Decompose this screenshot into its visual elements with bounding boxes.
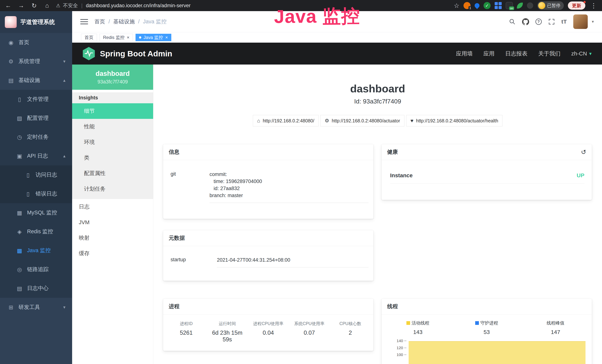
stat-system-cpu: 系统CPU使用率 0.07: [289, 321, 330, 343]
green-check-extension-icon[interactable]: ✓: [484, 2, 491, 9]
url-text[interactable]: dashboard.yudao.iocoder.cn/infra/admin-s…: [86, 3, 190, 9]
sidebar-item-infrastructure[interactable]: ▤ 基础设施 ▴: [0, 71, 72, 90]
caret-down-icon[interactable]: ▾: [592, 19, 594, 24]
sba-menu-classes[interactable]: 类: [72, 150, 153, 166]
info-card: 信息 git commit: time: 1596289704000 id: 2…: [163, 144, 373, 219]
close-icon[interactable]: ×: [165, 35, 168, 40]
health-card: 健康 ↺ Instance UP: [382, 144, 592, 200]
tags-bar: 首页 Redis 监控 × Java 监控 ×: [72, 32, 602, 43]
redis-icon: ◈: [16, 228, 23, 235]
update-button[interactable]: 更新: [568, 1, 585, 10]
tag-redis-monitor[interactable]: Redis 监控 ×: [100, 34, 133, 41]
sidebar-item-log-center[interactable]: ▤ 日志中心: [0, 279, 72, 298]
close-icon[interactable]: ×: [127, 35, 129, 40]
sba-menu-scheduled-tasks[interactable]: 计划任务: [72, 181, 153, 197]
chevron-up-icon: ▴: [63, 78, 65, 83]
gear-icon: ⚙: [7, 58, 14, 65]
github-icon[interactable]: [522, 18, 529, 25]
active-dot: [139, 36, 141, 39]
grid-extension-icon[interactable]: [495, 2, 502, 9]
history-icon[interactable]: ↺: [581, 148, 586, 156]
tools-icon: ⊞: [7, 304, 14, 310]
sidebar-item-label: Redis 监控: [27, 228, 53, 235]
sba-nav-journal[interactable]: 日志报表: [505, 50, 527, 57]
tag-java-monitor[interactable]: Java 监控 ×: [136, 34, 171, 41]
chevron-down-icon: ▾: [63, 59, 65, 64]
sidebar-item-error-log[interactable]: ▯ 错误日志: [0, 184, 72, 203]
address-bar[interactable]: ⚠ 不安全 | dashboard.yudao.iocoder.cn/infra…: [56, 2, 449, 9]
user-avatar[interactable]: [573, 14, 588, 29]
sidebar-item-trace[interactable]: ◎ 链路追踪: [0, 260, 72, 279]
sba-menu-config-props[interactable]: 配置属性: [72, 166, 153, 181]
profile-chip[interactable]: 已暂停: [537, 1, 564, 10]
section-title: Insights: [72, 92, 153, 103]
instance-header[interactable]: dashboard 93a3fc7f7409: [72, 64, 153, 90]
security-label[interactable]: 不安全: [63, 2, 78, 9]
sba-nav-applications[interactable]: 应用: [483, 50, 494, 57]
sba-menu-environment[interactable]: 环境: [72, 134, 153, 150]
warning-icon: ⚠: [56, 3, 60, 9]
sidebar-item-label: 文件管理: [27, 96, 49, 103]
sba-menu-jvm[interactable]: JVM: [72, 214, 153, 230]
refresh-icon[interactable]: ↻: [30, 2, 38, 9]
sba-nav-wallboard[interactable]: 应用墙: [456, 50, 473, 57]
service-url-link[interactable]: ⌂ http://192.168.0.2:48080/: [253, 115, 319, 127]
tag-home[interactable]: 首页: [81, 34, 97, 41]
database-icon: ▦: [16, 210, 23, 216]
health-url-link[interactable]: ♥ http://192.168.0.2:48080/actuator/heal…: [406, 115, 502, 127]
sidebar-item-jobs[interactable]: ◷ 定时任务: [0, 128, 72, 147]
sba-menu-logs[interactable]: 日志: [72, 199, 153, 214]
sidebar-item-label: 链路追踪: [27, 266, 49, 273]
process-card: 进程 进程ID 5261 运行时间 6d 23h 15m 59s 进程CPU使用…: [163, 299, 373, 351]
sidebar-item-config[interactable]: ▨ 配置管理: [0, 109, 72, 128]
instance-name: dashboard: [96, 70, 129, 77]
tag-label: 首页: [85, 34, 93, 40]
sidebar-item-home[interactable]: ◉ 首页: [0, 33, 72, 52]
help-icon[interactable]: ?: [536, 19, 542, 25]
sba-menu-details[interactable]: 细节: [72, 103, 153, 119]
browser-menu-icon[interactable]: ⋮: [589, 2, 598, 9]
live-threads-area: [409, 341, 585, 364]
metadata-value: 2021-04-27T00:44:31.254+08:00: [217, 257, 369, 268]
font-size-icon[interactable]: tT: [561, 19, 567, 25]
sidebar-item-mysql[interactable]: ▦ MySQL 监控: [0, 203, 72, 222]
hamburger-icon[interactable]: [80, 19, 88, 24]
sidebar-item-redis[interactable]: ◈ Redis 监控: [0, 222, 72, 241]
sidebar-item-access-log[interactable]: ▯ 访问日志: [0, 165, 72, 184]
sba-menu-caches[interactable]: 缓存: [72, 246, 153, 261]
sidebar-item-api-log[interactable]: ▣ API 日志 ▴: [0, 147, 72, 165]
breadcrumb-infrastructure[interactable]: 基础设施: [113, 18, 135, 25]
search-icon[interactable]: [509, 18, 516, 25]
home-icon[interactable]: ⌂: [43, 2, 51, 9]
sba-nav-about[interactable]: 关于我们: [538, 50, 560, 57]
app-logo-row[interactable]: 芋道管理系统: [0, 11, 72, 33]
leaf-extension-icon[interactable]: [517, 3, 523, 9]
breadcrumb-home[interactable]: 首页: [94, 18, 105, 25]
wrench-icon: ⚙: [325, 118, 329, 124]
actuator-url-link[interactable]: ⚙ http://192.168.0.2:48080/actuator: [320, 115, 404, 127]
bookmark-star-icon[interactable]: ☆: [454, 2, 459, 9]
instance-links: ⌂ http://192.168.0.2:48080/ ⚙ http://192…: [153, 115, 602, 127]
pin-extension-icon[interactable]: [474, 2, 481, 9]
sidebar-item-files[interactable]: ▯ 文件管理: [0, 90, 72, 109]
breadcrumb: 首页 / 基础设施 / Java 监控: [94, 18, 166, 25]
breadcrumb-separator: /: [108, 19, 110, 25]
link-url: http://192.168.0.2:48080/: [263, 118, 314, 124]
locale-selector[interactable]: zh-CN ▾: [571, 50, 592, 57]
sidebar-item-java-monitor[interactable]: ▩ Java 监控: [0, 241, 72, 260]
health-key: Instance: [390, 172, 413, 179]
sba-menu-mappings[interactable]: 映射: [72, 230, 153, 246]
fox-extension-icon[interactable]: 1: [463, 2, 471, 9]
fullscreen-icon[interactable]: [548, 18, 555, 25]
sidebar-item-system[interactable]: ⚙ 系统管理 ▾: [0, 52, 72, 71]
sidebar-item-dev-tools[interactable]: ⊞ 研发工具 ▾: [0, 298, 72, 317]
forward-icon[interactable]: →: [17, 2, 25, 9]
back-icon[interactable]: ←: [4, 2, 12, 9]
switch-extension-icon[interactable]: on: [506, 2, 513, 9]
sba-menu-performance[interactable]: 性能: [72, 119, 153, 134]
sidebar-item-label: 访问日志: [36, 171, 57, 179]
screen: ← → ↻ ⌂ ⚠ 不安全 | dashboard.yudao.iocoder.…: [0, 0, 602, 364]
paw-extension-icon[interactable]: [527, 2, 533, 9]
legend-peak-threads: 线程峰值 147: [521, 320, 590, 335]
sba-brand[interactable]: Spring Boot Admin: [83, 47, 172, 60]
